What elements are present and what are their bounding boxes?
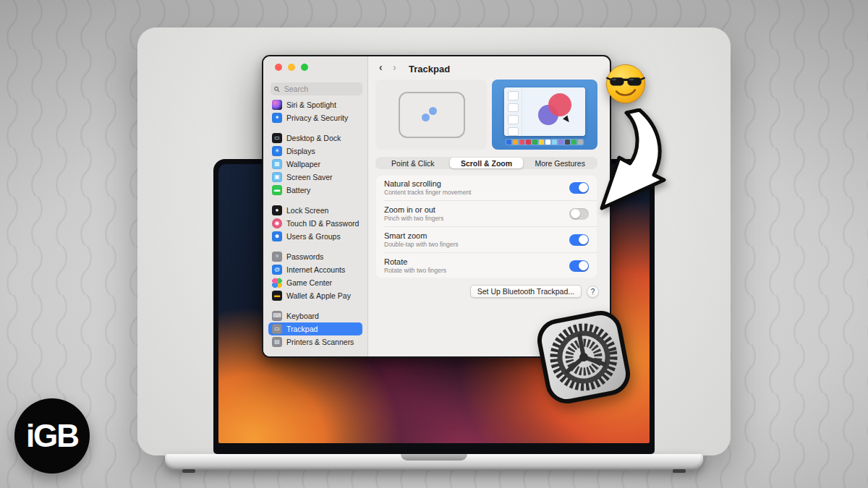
close-button[interactable] bbox=[275, 64, 282, 71]
setting-label: Smart zoom bbox=[384, 231, 459, 240]
tab-scroll-zoom[interactable]: Scroll & Zoom bbox=[450, 158, 524, 168]
battery-icon: ▬ bbox=[272, 185, 282, 195]
passwords-icon: ✧ bbox=[272, 252, 282, 262]
palette-color bbox=[558, 140, 563, 145]
tab-point-click[interactable]: Point & Click bbox=[376, 158, 450, 168]
sidebar-item-battery[interactable]: ▬Battery bbox=[268, 184, 362, 197]
sidebar-item-displays[interactable]: ☀Displays bbox=[268, 145, 362, 158]
sidebar-thumbnail bbox=[508, 127, 519, 137]
setting-label: Rotate bbox=[384, 257, 446, 266]
setting-label: Zoom in or out bbox=[384, 205, 443, 214]
zoom-button[interactable] bbox=[301, 64, 308, 71]
palette-color bbox=[571, 140, 576, 145]
sidebar-thumbnail bbox=[508, 103, 519, 113]
setting-description: Content tracks finger movement bbox=[384, 189, 471, 196]
setting-label: Natural scrolling bbox=[384, 179, 471, 188]
sidebar-item-privacy-security[interactable]: ✦Privacy & Security bbox=[268, 111, 362, 124]
gesture-tabs: Point & ClickScroll & ZoomMore Gestures bbox=[375, 157, 597, 169]
settings-sidebar: Siri & Spotlight✦Privacy & Security▭Desk… bbox=[263, 56, 368, 356]
preview-app-canvas bbox=[522, 87, 585, 136]
finger-dot bbox=[422, 114, 430, 121]
sidebar-item-passwords[interactable]: ✧Passwords bbox=[268, 250, 362, 263]
sidebar-item-label: Keyboard bbox=[286, 312, 319, 320]
sidebar-list: Siri & Spotlight✦Privacy & Security▭Desk… bbox=[268, 98, 362, 348]
poster-canvas: Siri & Spotlight✦Privacy & Security▭Desk… bbox=[0, 0, 868, 488]
sidebar-item-users-groups[interactable]: ☻Users & Groups bbox=[268, 230, 362, 243]
search-input[interactable] bbox=[283, 84, 359, 94]
rotate-toggle[interactable] bbox=[569, 260, 589, 272]
trackpad-icon: ▭ bbox=[272, 324, 282, 334]
finger-dot bbox=[429, 107, 437, 115]
sidebar-item-label: Game Center bbox=[286, 278, 332, 287]
setting-row-rotate: RotateRotate with two fingers bbox=[375, 253, 597, 278]
sidebar-item-label: Internet Accounts bbox=[286, 265, 345, 274]
preview-app-window bbox=[504, 87, 585, 136]
sidebar-item-label: Passwords bbox=[286, 252, 323, 261]
sidebar-item-screen-saver[interactable]: ▣Screen Saver bbox=[268, 171, 362, 184]
siri-spotlight-icon bbox=[272, 100, 282, 110]
search-icon bbox=[274, 86, 280, 93]
lock-screen-icon: ● bbox=[272, 205, 282, 215]
palette-color bbox=[526, 140, 531, 145]
sidebar-item-label: Printers & Scanners bbox=[286, 338, 354, 346]
igb-logo: iGB bbox=[14, 398, 90, 474]
palette-color bbox=[565, 140, 570, 145]
help-button[interactable]: ? bbox=[587, 286, 599, 298]
sidebar-item-lock-screen[interactable]: ●Lock Screen bbox=[268, 204, 362, 217]
sidebar-item-label: Battery bbox=[286, 186, 310, 194]
sidebar-item-label: Desktop & Dock bbox=[286, 134, 341, 142]
sidebar-item-keyboard[interactable]: ⌨Keyboard bbox=[268, 309, 362, 322]
touch-id-icon: ◉ bbox=[272, 218, 282, 228]
sidebar-item-siri-spotlight[interactable]: Siri & Spotlight bbox=[268, 98, 362, 111]
preview-app-sidebar bbox=[504, 87, 522, 136]
sidebar-item-wallet-apple-pay[interactable]: ▬Wallet & Apple Pay bbox=[268, 289, 362, 302]
palette-color bbox=[552, 140, 557, 145]
sidebar-group: ⌨Keyboard▭Trackpad▤Printers & Scanners bbox=[268, 309, 362, 348]
macbook-lid-notch bbox=[401, 454, 467, 461]
sidebar-item-desktop-dock[interactable]: ▭Desktop & Dock bbox=[268, 132, 362, 145]
privacy-security-icon: ✦ bbox=[272, 113, 282, 123]
internet-accounts-icon: @ bbox=[272, 265, 282, 275]
sidebar-item-label: Siri & Spotlight bbox=[286, 100, 336, 109]
wallpaper-icon: ▦ bbox=[272, 159, 282, 169]
settings-card: Natural scrollingContent tracks finger m… bbox=[375, 175, 597, 278]
sidebar-group: ✧Passwords@Internet AccountsGame Center▬… bbox=[268, 250, 362, 302]
sidebar-item-game-center[interactable]: Game Center bbox=[268, 276, 362, 289]
sidebar-item-internet-accounts[interactable]: @Internet Accounts bbox=[268, 263, 362, 276]
sidebar-item-label: Wallet & Apple Pay bbox=[286, 291, 351, 300]
toggle-knob bbox=[579, 261, 588, 270]
desktop-dock-icon: ▭ bbox=[272, 133, 282, 143]
tab-more-gestures[interactable]: More Gestures bbox=[523, 158, 597, 168]
palette-color bbox=[506, 140, 511, 145]
sidebar-item-trackpad[interactable]: ▭Trackpad bbox=[268, 322, 362, 335]
sidebar-item-touch-id-password[interactable]: ◉Touch ID & Password bbox=[268, 217, 362, 230]
back-chevron[interactable]: ‹ bbox=[379, 62, 383, 72]
smart-zoom-toggle[interactable] bbox=[569, 234, 589, 246]
natural-scrolling-toggle[interactable] bbox=[569, 182, 589, 194]
sidebar-item-label: Displays bbox=[286, 147, 315, 155]
trackpad-outline bbox=[399, 92, 465, 138]
macbook-foot bbox=[673, 469, 686, 473]
toggle-knob bbox=[571, 209, 580, 218]
sidebar-item-printers-scanners[interactable]: ▤Printers & Scanners bbox=[268, 335, 362, 348]
forward-chevron[interactable]: › bbox=[393, 62, 396, 72]
color-palette-strip bbox=[506, 139, 584, 145]
footer-actions: Set Up Bluetooth Trackpad... ? bbox=[375, 285, 599, 298]
gesture-previews bbox=[375, 80, 597, 150]
sidebar-item-wallpaper[interactable]: ▦Wallpaper bbox=[268, 158, 362, 171]
trackpad-gesture-illustration bbox=[375, 80, 487, 150]
sidebar-item-label: Users & Groups bbox=[286, 232, 341, 241]
setting-row-zoom-in-or-out: Zoom in or outPinch with two fingers bbox=[375, 201, 597, 226]
igb-logo-text: iGB bbox=[26, 418, 78, 454]
palette-color bbox=[513, 140, 518, 145]
zoom-in-or-out-toggle[interactable] bbox=[569, 208, 589, 220]
users-groups-icon: ☻ bbox=[272, 231, 282, 241]
palette-color bbox=[539, 140, 544, 145]
setting-row-natural-scrolling: Natural scrollingContent tracks finger m… bbox=[375, 175, 597, 200]
minimize-button[interactable] bbox=[288, 64, 295, 71]
palette-color bbox=[532, 140, 537, 145]
setting-row-smart-zoom: Smart zoomDouble-tap with two fingers bbox=[375, 227, 597, 252]
toggle-knob bbox=[579, 235, 588, 244]
setting-description: Rotate with two fingers bbox=[384, 267, 446, 274]
setup-bluetooth-trackpad-button[interactable]: Set Up Bluetooth Trackpad... bbox=[470, 285, 582, 298]
